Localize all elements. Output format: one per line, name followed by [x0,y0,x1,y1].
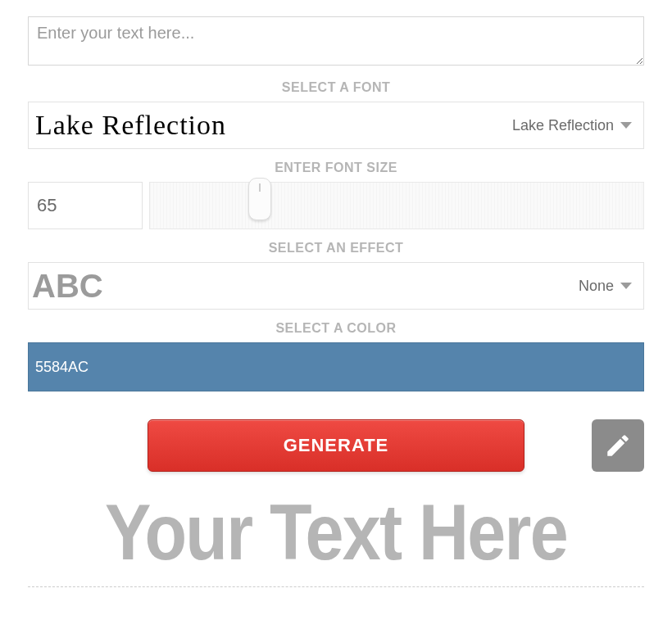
divider [28,586,644,587]
color-value: 5584AC [35,359,89,376]
slider-thumb[interactable] [248,178,271,220]
effect-preview: ABC [29,268,143,305]
font-section-label: SELECT A FONT [28,80,644,95]
chevron-down-icon [620,122,632,129]
edit-button[interactable] [592,419,644,472]
color-section-label: SELECT A COLOR [28,321,644,336]
effect-select[interactable]: ABC None [28,262,644,310]
font-size-section-label: ENTER FONT SIZE [28,161,644,175]
color-select[interactable]: 5584AC [28,342,644,391]
chevron-down-icon [620,283,632,289]
text-input[interactable] [28,16,644,66]
effect-selected-value: None [579,278,620,295]
preview-text: Your Text Here [65,493,607,572]
font-size-slider[interactable] [149,182,644,229]
font-preview: Lake Reflection [29,110,307,141]
pencil-icon [604,432,632,459]
font-selected-value: Lake Reflection [512,117,620,134]
effect-section-label: SELECT AN EFFECT [28,241,644,256]
font-select[interactable]: Lake Reflection Lake Reflection [28,102,644,149]
generate-button[interactable]: GENERATE [148,419,524,472]
font-size-input[interactable] [28,182,143,229]
